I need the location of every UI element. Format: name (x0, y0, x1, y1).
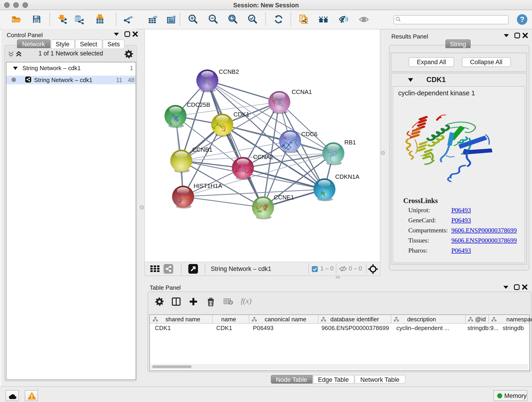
svg-text:RB1: RB1 (344, 139, 356, 146)
svg-text:CCNA1: CCNA1 (292, 88, 312, 95)
svg-text:?: ? (520, 15, 524, 24)
svg-text:CDC25B: CDC25B (187, 101, 210, 108)
svg-text:CDKN1A: CDKN1A (335, 173, 360, 180)
svg-text:HIST1H1A: HIST1H1A (194, 182, 222, 189)
svg-text:CDC6: CDC6 (301, 130, 317, 137)
svg-text:CCNA2: CCNA2 (253, 153, 273, 160)
svg-text:CCNE1: CCNE1 (274, 194, 294, 201)
svg-text:CCNB1: CCNB1 (192, 146, 212, 153)
svg-text:CCNB2: CCNB2 (219, 68, 239, 75)
svg-text:CDK1: CDK1 (234, 111, 249, 118)
